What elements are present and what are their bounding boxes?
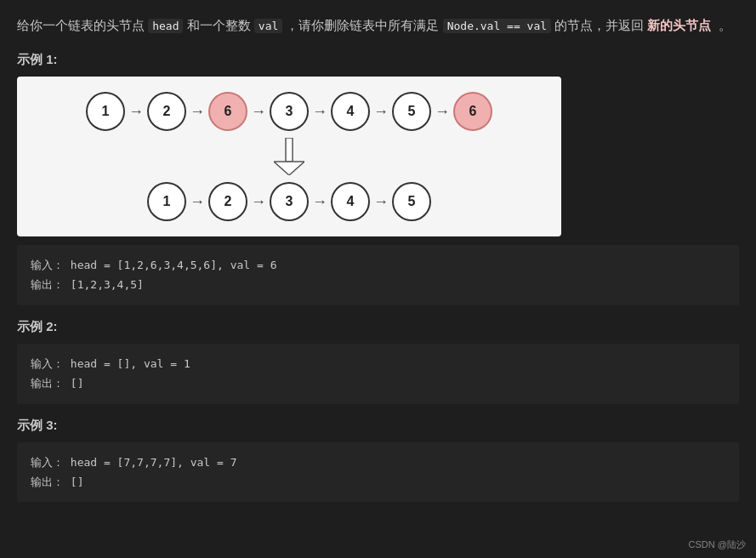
example1-output: 输出： [1,2,3,4,5] (31, 275, 725, 294)
example3-title: 示例 3: (17, 418, 739, 434)
desc-pre: 给你一个链表的头节点 (17, 18, 145, 32)
head-code: head (148, 19, 183, 33)
bottom-node-4: 5 (392, 182, 431, 221)
example2-title: 示例 2: (17, 319, 739, 335)
top-arrow-3: → (309, 103, 331, 121)
top-node-5: 5 (392, 92, 431, 131)
example1-output-label: 输出： (31, 278, 64, 291)
top-node-2: 6 (208, 92, 247, 131)
bottom-list-row: 1→2→3→4→5 (147, 182, 431, 221)
bottom-node-0: 1 (147, 182, 186, 221)
example1-input: 输入： head = [1,2,6,3,4,5,6], val = 6 (31, 255, 725, 275)
top-node-4: 4 (331, 92, 370, 131)
bottom-node-3: 4 (331, 182, 370, 221)
example1-title: 示例 1: (17, 52, 739, 68)
svg-rect-0 (286, 138, 293, 162)
top-node-6: 6 (453, 92, 492, 131)
bottom-arrow-3: → (370, 193, 392, 211)
problem-description: 给你一个链表的头节点 head 和一个整数 val ，请你删除链表中所有满足 N… (17, 14, 739, 37)
example3-output-label: 输出： (31, 475, 64, 488)
top-node-3: 3 (270, 92, 309, 131)
val-code: val (254, 19, 282, 33)
top-node-0: 1 (86, 92, 125, 131)
top-arrow-5: → (431, 103, 453, 121)
condition-code: Node.val == val (443, 19, 551, 33)
example3-output-value: [] (71, 475, 84, 488)
bottom-arrow-0: → (186, 193, 208, 211)
top-arrow-1: → (186, 103, 208, 121)
svg-marker-1 (274, 162, 304, 175)
example2-input-value: head = [], val = 1 (71, 357, 190, 370)
example1-input-value: head = [1,2,6,3,4,5,6], val = 6 (71, 259, 277, 271)
example1-box: 输入： head = [1,2,6,3,4,5,6], val = 6 输出： … (17, 245, 739, 305)
example3-output: 输出： [] (31, 472, 725, 492)
top-node-1: 2 (147, 92, 186, 131)
example1-diagram: 1→2→6→3→4→5→6 1→2→3→4→5 (17, 77, 561, 236)
bottom-arrow-1: → (247, 193, 270, 211)
bottom-node-1: 2 (208, 182, 247, 221)
dot: 。 (719, 18, 731, 32)
example2-input-label: 输入： (31, 357, 64, 370)
example1-output-value: [1,2,3,4,5] (71, 278, 144, 291)
desc-mid1: 和一个整数 (187, 18, 251, 32)
top-arrow-0: → (125, 103, 147, 121)
top-list-row: 1→2→6→3→4→5→6 (86, 92, 492, 131)
bottom-node-2: 3 (270, 182, 309, 221)
example3-input-value: head = [7,7,7,7], val = 7 (71, 456, 237, 469)
example3-input: 输入： head = [7,7,7,7], val = 7 (31, 453, 725, 472)
desc-mid3: 的节点，并返回 (554, 18, 644, 32)
example2-output-label: 输出： (31, 377, 64, 390)
down-arrow-container (34, 131, 544, 182)
watermark: CSDN @陆沙 (689, 538, 746, 551)
highlight-text: 新的头节点 (647, 18, 711, 32)
desc-mid2: ，请你删除链表中所有满足 (286, 18, 439, 32)
bottom-arrow-2: → (309, 193, 331, 211)
example2-input: 输入： head = [], val = 1 (31, 354, 725, 373)
top-arrow-4: → (370, 103, 392, 121)
example2-output: 输出： [] (31, 373, 725, 393)
example1-input-label: 输入： (31, 259, 64, 271)
down-arrow-icon (274, 138, 304, 175)
example3-box: 输入： head = [7,7,7,7], val = 7 输出： [] (17, 442, 739, 503)
example3-input-label: 输入： (31, 456, 64, 469)
top-arrow-2: → (247, 103, 270, 121)
example2-box: 输入： head = [], val = 1 输出： [] (17, 344, 739, 404)
example2-output-value: [] (71, 377, 84, 390)
